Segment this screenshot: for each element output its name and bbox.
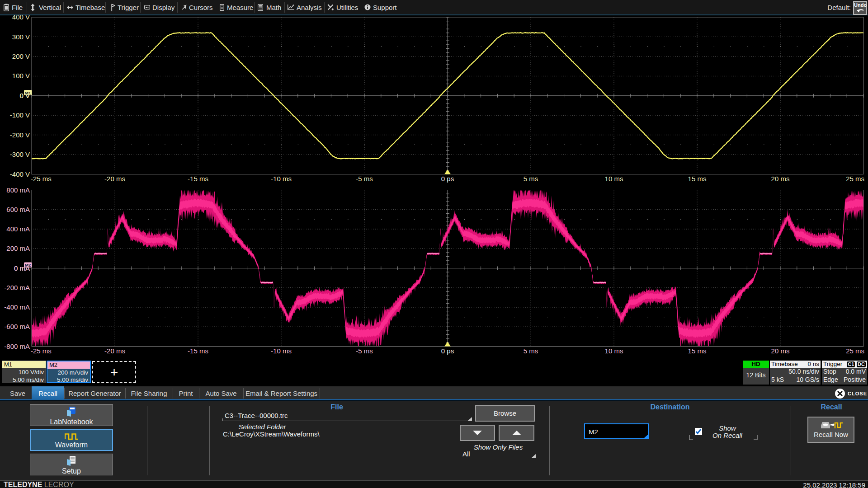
svg-text:-5 ms: -5 ms [356,347,373,355]
svg-text:5 ms: 5 ms [524,347,538,355]
svg-text:0 ps: 0 ps [441,347,454,355]
svg-text:-5 ms: -5 ms [356,175,373,183]
svg-text:10 ms: 10 ms [605,175,623,183]
svg-text:200 mA: 200 mA [6,244,30,252]
svg-text:25 ms: 25 ms [846,175,864,183]
svg-text:-25 ms: -25 ms [31,347,52,355]
svg-text:-600 mA: -600 mA [4,323,30,330]
svg-text:25 ms: 25 ms [846,347,864,355]
svg-text:0 ps: 0 ps [441,175,454,183]
svg-text:-200 mA: -200 mA [4,284,30,291]
svg-text:-400 V: -400 V [10,170,30,178]
svg-text:-10 ms: -10 ms [271,175,292,183]
svg-text:-20 ms: -20 ms [104,347,125,355]
svg-text:400 mA: 400 mA [6,225,30,233]
svg-text:5 ms: 5 ms [524,175,538,183]
svg-text:200 V: 200 V [12,52,30,60]
svg-text:20 ms: 20 ms [771,347,790,355]
svg-text:20 ms: 20 ms [771,175,790,183]
svg-text:15 ms: 15 ms [688,175,707,183]
svg-text:300 V: 300 V [12,33,30,41]
svg-text:-100 V: -100 V [10,111,30,119]
svg-text:600 mA: 600 mA [6,206,30,213]
svg-text:-800 mA: -800 mA [4,343,30,350]
svg-text:800 mA: 800 mA [6,186,30,194]
svg-text:-20 ms: -20 ms [104,175,125,183]
svg-text:10 ms: 10 ms [605,347,623,355]
svg-text:-15 ms: -15 ms [188,347,208,355]
svg-text:100 V: 100 V [12,72,30,80]
svg-text:-200 V: -200 V [10,131,30,139]
svg-text:-15 ms: -15 ms [188,175,208,183]
svg-text:-25 ms: -25 ms [31,175,52,183]
svg-text:-10 ms: -10 ms [271,347,292,355]
svg-text:0 V: 0 V [19,92,30,99]
svg-text:-300 V: -300 V [10,150,30,158]
svg-text:0 mA: 0 mA [14,264,30,272]
svg-text:15 ms: 15 ms [688,347,707,355]
svg-text:-400 mA: -400 mA [4,303,30,311]
